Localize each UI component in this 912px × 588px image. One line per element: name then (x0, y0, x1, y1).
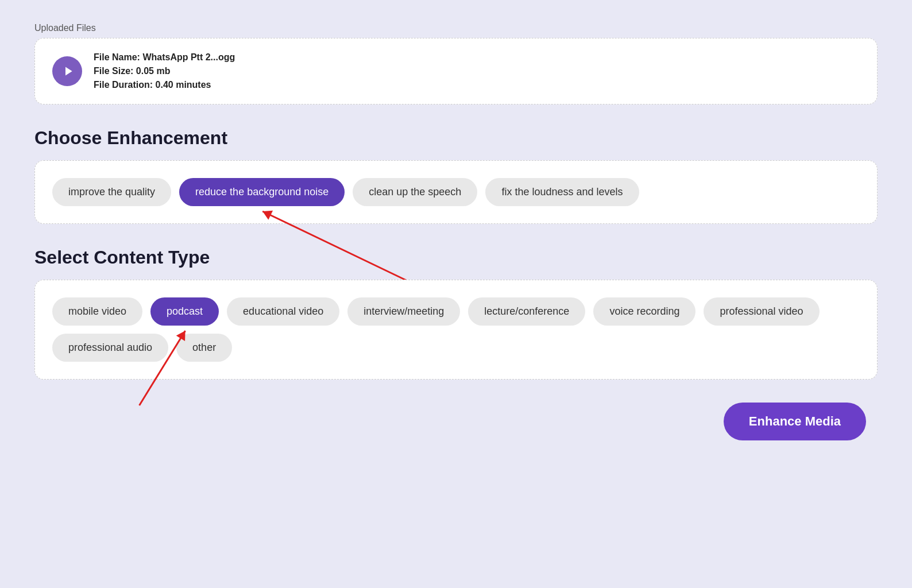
chip-fix-loudness[interactable]: fix the loudness and levels (485, 178, 639, 206)
chip-educational-video[interactable]: educational video (227, 297, 339, 326)
uploaded-files-card: File Name: WhatsApp Ptt 2...ogg File Siz… (34, 38, 878, 105)
content-type-chips: mobile video podcast educational video i… (52, 297, 860, 362)
chip-professional-audio[interactable]: professional audio (52, 334, 168, 362)
bottom-bar: Enhance Media (34, 403, 878, 440)
enhancement-chips: improve the quality reduce the backgroun… (52, 178, 860, 206)
chip-clean-up-speech[interactable]: clean up the speech (353, 178, 477, 206)
play-icon (63, 65, 74, 77)
chip-professional-video[interactable]: professional video (704, 297, 819, 326)
chip-improve-quality[interactable]: improve the quality (52, 178, 171, 206)
svg-line-1 (262, 211, 406, 280)
chip-interview-meeting[interactable]: interview/meeting (347, 297, 460, 326)
chip-other[interactable]: other (176, 334, 232, 362)
file-size-row: File Size: 0.05 mb (94, 66, 235, 76)
enhancement-card: improve the quality reduce the backgroun… (34, 160, 878, 224)
chip-voice-recording[interactable]: voice recording (593, 297, 695, 326)
enhance-media-button[interactable]: Enhance Media (724, 403, 866, 440)
file-info: File Name: WhatsApp Ptt 2...ogg File Siz… (94, 52, 235, 90)
svg-marker-0 (65, 67, 72, 76)
svg-marker-2 (262, 211, 273, 220)
chip-mobile-video[interactable]: mobile video (52, 297, 142, 326)
chip-lecture-conference[interactable]: lecture/conference (468, 297, 585, 326)
uploaded-files-label: Uploaded Files (34, 23, 878, 33)
file-name-row: File Name: WhatsApp Ptt 2...ogg (94, 52, 235, 63)
enhancement-section-title: Choose Enhancement (34, 127, 878, 149)
content-type-section-title: Select Content Type (34, 247, 878, 268)
chip-reduce-background-noise[interactable]: reduce the background noise (179, 178, 345, 206)
chip-podcast[interactable]: podcast (150, 297, 219, 326)
content-type-card: mobile video podcast educational video i… (34, 280, 878, 380)
play-button[interactable] (52, 56, 82, 86)
file-duration-row: File Duration: 0.40 minutes (94, 80, 235, 90)
